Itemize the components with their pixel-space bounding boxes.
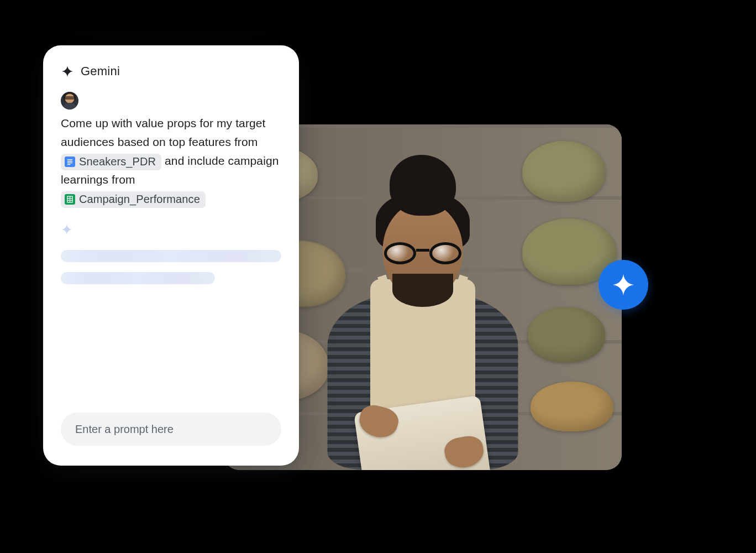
grain-bag: [522, 141, 605, 202]
person-with-tablet: [323, 166, 522, 470]
svg-rect-0: [67, 159, 72, 160]
sparkle-icon: [61, 65, 74, 78]
prompt-input[interactable]: Enter a prompt here: [61, 413, 281, 446]
loading-shimmer-bar: [61, 250, 281, 262]
sparkle-icon: [61, 223, 281, 236]
gemini-sparkle-badge: [599, 260, 648, 310]
prompt-segment: Come up with value props for my target a…: [61, 117, 266, 148]
google-docs-icon: [65, 156, 75, 167]
panel-title: Gemini: [81, 64, 120, 79]
google-sheets-icon: [65, 194, 75, 205]
grain-bag: [531, 382, 613, 431]
prompt-input-container: Enter a prompt here: [61, 413, 281, 446]
svg-rect-3: [67, 164, 71, 165]
gemini-panel: Gemini Come up with value props for my t…: [43, 45, 299, 466]
prompt-input-placeholder: Enter a prompt here: [75, 423, 174, 436]
user-avatar: [61, 92, 78, 109]
file-chip-docs[interactable]: Sneakers_PDR: [61, 154, 161, 170]
svg-rect-1: [67, 161, 72, 161]
panel-header: Gemini: [61, 64, 281, 79]
svg-rect-2: [67, 163, 72, 163]
grain-bag: [528, 307, 605, 362]
file-chip-label: Campaign_Performance: [79, 191, 200, 207]
response-loading-area: [61, 223, 281, 294]
user-prompt-text: Come up with value props for my target a…: [61, 114, 281, 208]
file-chip-sheets[interactable]: Campaign_Performance: [61, 191, 206, 208]
file-chip-label: Sneakers_PDR: [79, 154, 156, 170]
loading-shimmer-bar: [61, 272, 215, 284]
sparkle-icon: [611, 272, 636, 298]
